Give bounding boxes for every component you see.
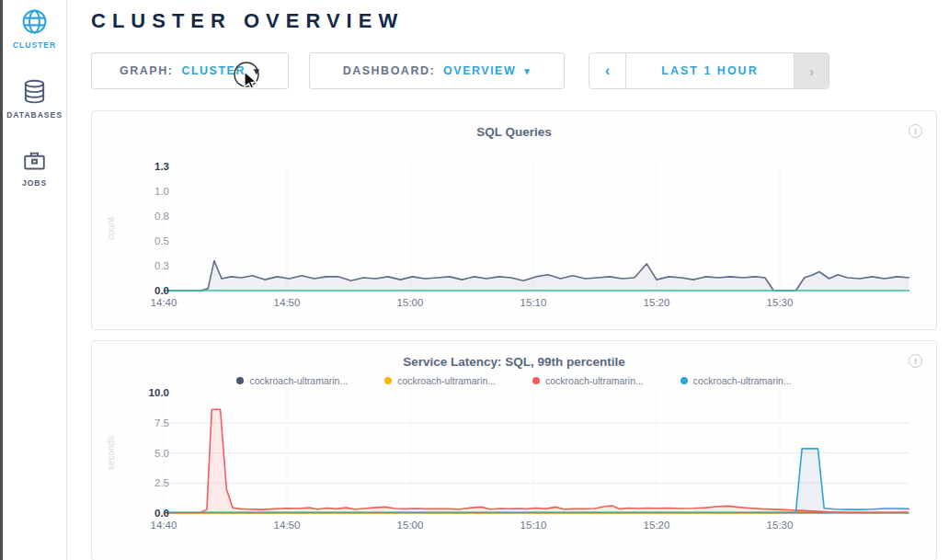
svg-text:14:50: 14:50 — [274, 520, 301, 531]
svg-text:0.0: 0.0 — [154, 508, 169, 519]
graph-dropdown[interactable]: GRAPH: CLUSTER ▾ — [91, 52, 289, 89]
legend-item[interactable]: cockroach-ultramarin... — [532, 375, 644, 386]
cluster-overview-page: CLUSTER DATABASES JOBS — [0, 0, 949, 560]
sidebar-item-jobs[interactable]: JOBS — [3, 147, 66, 188]
main-content: CLUSTER OVERVIEW GRAPH: CLUSTER ▾ DASHBO… — [67, 0, 949, 560]
sidebar-item-label: DATABASES — [6, 110, 63, 120]
sidebar-item-label: JOBS — [22, 178, 47, 188]
svg-text:15:20: 15:20 — [644, 297, 670, 308]
chart-title: SQL Queries — [92, 111, 936, 139]
sidebar-item-databases[interactable]: DATABASES — [3, 77, 66, 120]
legend-item[interactable]: cockroach-ultramarin... — [384, 375, 496, 386]
sql-queries-card: SQL Queries ! 1.31.00.80.50.30.014:4014:… — [91, 110, 937, 330]
page-title: CLUSTER OVERVIEW — [91, 9, 949, 33]
dashboard-dropdown-value: OVERVIEW — [443, 64, 516, 77]
svg-text:count: count — [106, 217, 116, 240]
graph-dropdown-value: CLUSTER — [181, 64, 246, 77]
svg-text:15:10: 15:10 — [520, 520, 547, 531]
legend-label: cockroach-ultramarin... — [545, 375, 644, 386]
svg-text:14:40: 14:40 — [151, 520, 177, 531]
svg-text:15:10: 15:10 — [520, 297, 547, 308]
svg-text:7.5: 7.5 — [154, 417, 169, 429]
svg-text:1.0: 1.0 — [154, 186, 169, 197]
svg-text:0.3: 0.3 — [154, 260, 169, 271]
chevron-left-icon: ‹ — [605, 62, 611, 80]
dashboard-dropdown[interactable]: DASHBOARD: OVERVIEW ▾ — [309, 52, 565, 89]
svg-text:15:30: 15:30 — [767, 520, 794, 531]
sidebar-item-label: CLUSTER — [13, 40, 56, 50]
legend-label: cockroach-ultramarin... — [693, 375, 792, 386]
svg-text:5.0: 5.0 — [154, 448, 169, 459]
time-window-label[interactable]: LAST 1 HOUR — [626, 53, 794, 88]
latency-legend: cockroach-ultramarin...cockroach-ultrama… — [92, 375, 936, 386]
database-icon — [21, 77, 48, 106]
svg-text:15:00: 15:00 — [397, 520, 424, 531]
sql-queries-chart[interactable]: 1.31.00.80.50.30.014:4014:5015:0015:1015… — [92, 141, 938, 315]
legend-item[interactable]: cockroach-ultramarin... — [680, 375, 792, 386]
info-icon[interactable]: ! — [909, 354, 922, 368]
legend-item[interactable]: cockroach-ultramarin... — [236, 375, 348, 386]
legend-label: cockroach-ultramarin... — [249, 375, 348, 386]
controls-row: GRAPH: CLUSTER ▾ DASHBOARD: OVERVIEW ▾ ‹… — [91, 52, 949, 89]
chart-title: Service Latency: SQL, 99th percentile — [92, 341, 936, 369]
globe-icon — [20, 7, 49, 36]
info-icon[interactable]: ! — [909, 124, 922, 138]
svg-text:14:50: 14:50 — [274, 297, 301, 308]
svg-text:1.3: 1.3 — [154, 161, 169, 172]
time-window-selector: ‹ LAST 1 HOUR › — [589, 52, 829, 89]
svg-text:0.8: 0.8 — [154, 211, 169, 222]
svg-text:14:40: 14:40 — [151, 297, 177, 308]
chevron-right-icon: › — [809, 63, 814, 79]
svg-text:2.5: 2.5 — [154, 477, 169, 488]
service-latency-card: Service Latency: SQL, 99th percentile ! … — [91, 340, 937, 560]
service-latency-chart[interactable]: 10.07.55.02.50.014:4014:5015:0015:1015:2… — [92, 388, 938, 543]
svg-text:15:20: 15:20 — [644, 520, 670, 531]
legend-dot-icon — [532, 377, 540, 384]
svg-text:0.0: 0.0 — [154, 285, 169, 296]
svg-text:15:00: 15:00 — [397, 297, 424, 308]
legend-label: cockroach-ultramarin... — [397, 375, 496, 386]
time-window-next-button: › — [794, 53, 829, 88]
chevron-down-icon: ▾ — [254, 65, 260, 77]
sidebar: CLUSTER DATABASES JOBS — [3, 0, 67, 560]
svg-text:10.0: 10.0 — [149, 388, 169, 398]
sidebar-item-cluster[interactable]: CLUSTER — [3, 7, 66, 50]
dashboard-dropdown-label: DASHBOARD: — [343, 64, 435, 77]
svg-text:15:30: 15:30 — [767, 297, 794, 308]
svg-text:0.5: 0.5 — [154, 235, 169, 246]
graph-dropdown-label: GRAPH: — [120, 64, 173, 77]
svg-text:seconds: seconds — [106, 436, 116, 470]
legend-dot-icon — [680, 377, 688, 384]
briefcase-icon — [21, 147, 48, 174]
chevron-down-icon: ▾ — [524, 65, 531, 77]
time-window-prev-button[interactable]: ‹ — [589, 53, 626, 88]
legend-dot-icon — [236, 377, 244, 384]
legend-dot-icon — [384, 377, 392, 384]
